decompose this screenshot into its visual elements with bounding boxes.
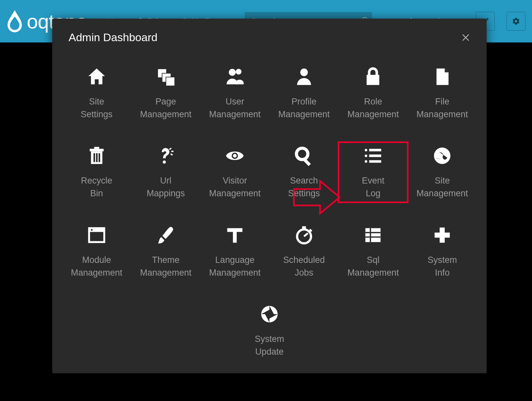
users-icon xyxy=(223,65,246,88)
modal-title: Admin Dashboard xyxy=(69,31,157,44)
question-icon xyxy=(154,144,177,167)
pages-icon xyxy=(154,65,177,88)
tile-label: Search Settings xyxy=(288,174,320,200)
timer-icon xyxy=(293,224,315,247)
tile-system-info[interactable]: System Info xyxy=(408,222,477,281)
tile-grid: Site SettingsPage ManagementUser Managem… xyxy=(52,50,487,360)
tile-scheduled-jobs[interactable]: Scheduled Jobs xyxy=(269,222,339,281)
tile-label: Profile Management xyxy=(278,95,330,121)
aperture-icon xyxy=(258,303,281,326)
tile-label: User Management xyxy=(209,95,261,121)
close-icon xyxy=(461,33,470,42)
tile-label: Event Log xyxy=(362,174,384,200)
lock-icon xyxy=(362,65,384,88)
tile-url-mappings[interactable]: Url Mappings xyxy=(131,142,201,202)
tile-search-settings[interactable]: Search Settings xyxy=(269,142,339,202)
tile-sql-management[interactable]: Sql Management xyxy=(339,222,408,281)
close-button[interactable] xyxy=(461,33,470,42)
tile-recycle-bin[interactable]: Recycle Bin xyxy=(62,142,131,202)
flame-icon xyxy=(7,10,23,32)
tile-label: System Info xyxy=(427,254,457,279)
tile-visitor-management[interactable]: Visitor Management xyxy=(200,142,269,202)
tile-label: System Update xyxy=(255,333,284,358)
tile-module-management[interactable]: Module Management xyxy=(62,222,131,281)
user-icon xyxy=(293,65,315,88)
gear-icon xyxy=(512,17,520,25)
table-icon xyxy=(362,224,384,247)
tile-site-management[interactable]: Site Management xyxy=(408,142,477,202)
trash-icon xyxy=(85,144,108,167)
tile-label: Language Management xyxy=(209,254,261,279)
tile-label: Sql Management xyxy=(347,254,399,279)
tile-theme-management[interactable]: Theme Management xyxy=(131,222,201,281)
plus-icon xyxy=(431,224,454,247)
tile-label: Url Mappings xyxy=(147,174,185,200)
tile-label: Theme Management xyxy=(140,254,192,279)
font-icon xyxy=(223,224,246,247)
tile-label: Visitor Management xyxy=(209,174,261,200)
tile-user-management[interactable]: User Management xyxy=(200,63,269,123)
tile-label: File Management xyxy=(416,95,468,121)
tile-language-management[interactable]: Language Management xyxy=(200,222,269,281)
settings-button[interactable] xyxy=(507,12,525,31)
tile-event-log[interactable]: Event Log xyxy=(339,142,408,202)
tile-profile-management[interactable]: Profile Management xyxy=(269,63,339,123)
file-icon xyxy=(431,65,454,88)
brush-icon xyxy=(154,224,177,247)
tile-file-management[interactable]: File Management xyxy=(408,63,477,123)
tile-label: Role Management xyxy=(347,95,399,121)
tile-role-management[interactable]: Role Management xyxy=(339,63,408,123)
home-icon xyxy=(85,65,108,88)
tile-label: Recycle Bin xyxy=(81,174,112,200)
tile-site-settings[interactable]: Site Settings xyxy=(62,63,131,123)
tile-label: Page Management xyxy=(140,95,192,121)
tile-system-update[interactable]: System Update xyxy=(237,301,302,360)
globe-icon xyxy=(431,144,454,167)
tile-label: Site Management xyxy=(416,174,468,200)
tile-label: Scheduled Jobs xyxy=(283,254,325,279)
list-icon xyxy=(362,144,384,167)
window-icon xyxy=(85,224,108,247)
search-icon xyxy=(293,144,315,167)
tile-label: Site Settings xyxy=(81,95,113,121)
modal-header: Admin Dashboard xyxy=(52,19,487,50)
eye-icon xyxy=(223,144,246,167)
tile-label: Module Management xyxy=(71,254,122,279)
admin-dashboard-modal: Admin Dashboard Site SettingsPage Manage… xyxy=(52,19,487,373)
tile-page-management[interactable]: Page Management xyxy=(131,63,201,123)
